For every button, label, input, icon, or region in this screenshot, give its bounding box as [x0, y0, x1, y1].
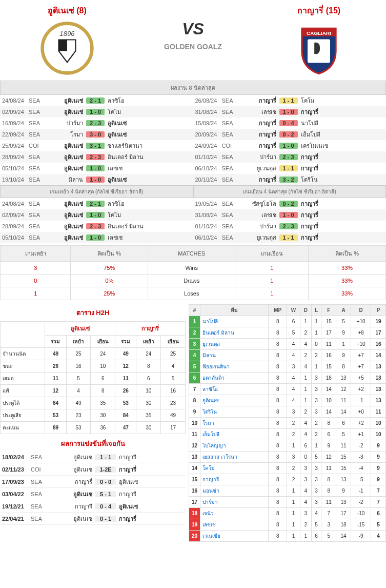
standings-team[interactable]: อูดิเนเซ	[200, 395, 269, 406]
stats-h-pct1: คิดเป็น %	[71, 246, 148, 262]
match-score: 2 - 3	[279, 223, 298, 229]
match-date: 28/09/24	[0, 154, 29, 160]
match-away: อูดิเนเซ่	[105, 119, 156, 128]
vs-text: VS	[130, 19, 256, 38]
standings-row: 4มิลาน8422169+714	[189, 350, 386, 361]
standings-team[interactable]: เวเนเซีย	[200, 531, 269, 542]
match-row: 05/10/24 SEA อูดิเนเซ่ 1 - 0 เลชเช	[0, 232, 193, 243]
match-away: อูดิเนเซ่	[105, 175, 156, 184]
home4-header: เกมเหย้า 4 นัดล่าสุด (กัลโซ่ ซีเรียอา อิ…	[0, 185, 193, 198]
stats-h-away: เกมเยือน	[235, 246, 309, 262]
match-row: 24/09/24 COI กาญารี่ 1 - 0 เครโมเนเซ	[193, 140, 387, 151]
standings-team[interactable]: โรมา	[200, 418, 269, 429]
standings-team[interactable]: โตริโน	[200, 406, 269, 418]
match-comp: SEA	[29, 97, 45, 104]
match-row: 02/09/24 SEA อูดิเนเซ่ 1 - 0 โคโม	[0, 106, 193, 117]
center-block: VS GOLDEN GOALZ	[130, 4, 256, 51]
standings-team[interactable]: ลาซิโอ	[200, 384, 269, 395]
standings-team[interactable]: ฟิออเรนตินา	[200, 361, 269, 373]
match-score: 1 - 0	[86, 165, 105, 171]
match-home: กาญารี่	[238, 130, 279, 139]
standings-team[interactable]: เลชเช	[200, 519, 269, 531]
match-score: 1 - 0	[86, 234, 105, 241]
match-away: อินเตอร์ มิลาน	[105, 152, 156, 162]
standings-team[interactable]: เอ็มโปลี	[200, 429, 269, 440]
match-date: 31/08/24	[193, 109, 222, 115]
standings-team[interactable]: มอนซ่า	[200, 485, 269, 497]
home-team-name: อูดิเนเซ่ (8)	[4, 4, 130, 17]
h2h-team2: กาญารี่	[115, 322, 186, 336]
match-score: 1 - 0	[86, 109, 105, 115]
match-date: 05/10/24	[0, 165, 29, 171]
standings-team[interactable]: อินเตอร์ มิลาน	[200, 327, 269, 339]
match-comp: SEA	[222, 131, 238, 138]
away4-list: 19/05/24 SEA ซัสซูโอโล 0 - 2 กาญารี่31/0…	[193, 198, 387, 243]
home-team-block: อูดิเนเซ่ (8) 1896	[4, 4, 130, 76]
match-comp: SEA	[29, 212, 45, 218]
standings-team[interactable]: อตาลันต้า	[200, 373, 269, 384]
h2h-matches-title: ผลการแข่งขันที่เจอกัน	[0, 434, 186, 451]
match-away: ซาแลร์นิตานา	[105, 141, 156, 150]
standings-team[interactable]: นาโปลี	[200, 316, 269, 327]
standings-team[interactable]: ปาร์มา	[200, 497, 269, 508]
match-comp: SEA	[29, 109, 45, 115]
sub-headers: เกมเหย้า 4 นัดล่าสุด (กัลโซ่ ซีเรียอา อิ…	[0, 185, 386, 198]
match-home: กาญารี่	[238, 175, 279, 184]
bottom-wrap: ตาราง H2H อูดิเนเซ่ กาญารี่ รวมเหย้าเยือ…	[0, 304, 386, 542]
stats-table: เกมเหย้า คิดเป็น % MATCHES เกมเยือน คิดเ…	[0, 245, 386, 300]
match-away: ลาซิโอ	[105, 96, 156, 105]
standings-row: 7ลาซิโอ84131412+213	[189, 384, 386, 395]
standings-row: 17ปาร์มา81431113-27	[189, 497, 386, 508]
standings-row: 5ฟิออเรนตินา8341158+713	[189, 361, 386, 373]
match-home: อูดิเนเซ่	[45, 141, 86, 150]
match-comp: SEA	[222, 109, 238, 115]
match-comp: COI	[222, 143, 238, 149]
standings-team[interactable]: เจนัว	[200, 508, 269, 519]
standings-team[interactable]: กาญารี่	[200, 474, 269, 485]
match-date: 25/09/24	[0, 143, 29, 149]
match-score: 0 - 4	[279, 120, 298, 126]
match-row: 01/10/24 SEA ปาร์มา 2 - 3 กาญารี่	[193, 221, 387, 232]
svg-text:1896: 1896	[59, 30, 75, 37]
match-home: ปาร์มา	[238, 152, 279, 162]
match-score: 2 - 3	[86, 120, 105, 126]
last8-away-list: 26/08/24 SEA กาญารี่ 1 - 1 โคโม31/08/24 …	[193, 95, 387, 185]
match-comp: SEA	[29, 120, 45, 126]
h2h-title: ตาราง H2H	[0, 304, 186, 321]
match-score: 2 - 1	[86, 97, 105, 104]
match-date: 22/09/24	[0, 131, 29, 138]
standings-team[interactable]: โคโม	[200, 463, 269, 474]
match-home: อูดิเนเซ่	[45, 164, 86, 173]
h2h-table: อูดิเนเซ่ กาญารี่ รวมเหย้าเยือนรวมเหย้าเ…	[0, 321, 186, 434]
match-score: 1 - 0	[279, 109, 298, 115]
standings-team[interactable]: เฮลลาส เวโรนา	[200, 452, 269, 463]
match-date: 19/05/24	[193, 201, 222, 207]
standings-team[interactable]: โบโลญญา	[200, 440, 269, 452]
match-away: เลชเช	[105, 164, 156, 173]
last8-wrap: 24/08/24 SEA อูดิเนเซ่ 2 - 1 ลาซิโอ02/09…	[0, 95, 386, 185]
match-row: 22/09/24 SEA โรมา 3 - 0 อูดิเนเซ่	[0, 129, 193, 140]
match-score: 3 - 2	[279, 177, 298, 183]
match-date: 06/10/24	[193, 165, 222, 171]
match-home: อูดิเนเซ่	[45, 222, 86, 231]
match-date: 01/10/24	[193, 154, 222, 160]
match-home: กาญารี่	[238, 141, 279, 150]
standings-row: 2อินเตอร์ มิลาน8521179+817	[189, 327, 386, 339]
match-away: เอ็มโปลี	[298, 130, 349, 139]
standings-row: 8อูดิเนเซ84131011-113	[189, 395, 386, 406]
match-row: 28/09/24 SEA อูดิเนเซ่ 2 - 3 อินเตอร์ มิ…	[0, 151, 193, 163]
right-col: #ทีมMPWDLFADP 1นาโปลี8611155+10192อินเตอ…	[189, 304, 386, 542]
home-team-logo: 1896	[39, 20, 95, 76]
away-team-block: กาญารี่ (15) CAGLIARI	[256, 4, 382, 76]
h2h-match-row: 02/11/23COIอูดิเนเซ1-2Eกาญารี่	[0, 463, 186, 476]
match-comp: SEA	[222, 177, 238, 183]
match-home: ซัสซูโอโล	[238, 199, 279, 208]
match-away: กาญารี่	[298, 107, 349, 116]
stats-h-home: เกมเหย้า	[1, 246, 71, 262]
standings-team[interactable]: มิลาน	[200, 350, 269, 361]
match-home: อูดิเนเซ่	[45, 199, 86, 208]
last8-home-list: 24/08/24 SEA อูดิเนเซ่ 2 - 1 ลาซิโอ02/09…	[0, 95, 193, 185]
h2h-matches-list: 18/02/24SEAอูดิเนเซ1 - 1กาญารี02/11/23CO…	[0, 451, 186, 525]
match-date: 15/09/24	[193, 120, 222, 126]
standings-team[interactable]: ยูเวนตุส	[200, 339, 269, 350]
